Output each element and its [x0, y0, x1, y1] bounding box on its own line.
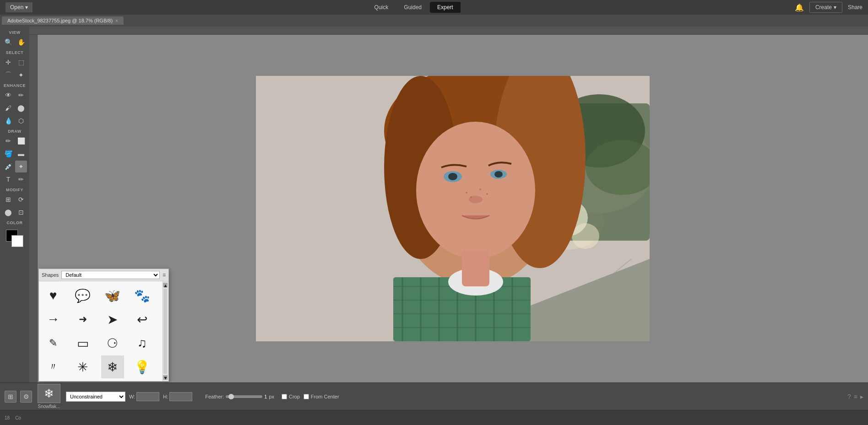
blur-tool[interactable]: ⬡ [15, 115, 27, 127]
shape-arrow-curved[interactable]: ↩ [130, 308, 153, 331]
shape-lightbulb[interactable]: 💡 [130, 355, 153, 378]
move-tool[interactable]: ✛ [2, 56, 14, 68]
shape-arrow-1[interactable]: → [42, 308, 65, 331]
shapes-scrollbar[interactable]: ▲ ▼ [162, 281, 168, 381]
shape-butterfly[interactable]: 🦋 [101, 284, 124, 307]
shape-music[interactable]: ♫ [130, 332, 153, 355]
shape-speech-bubble[interactable]: 💬 [71, 284, 94, 307]
portrait-svg [256, 76, 650, 341]
shapes-popup: Shapes Default ≡ ♥ 💬 🦋 🐾 [38, 269, 169, 382]
eraser-tool[interactable]: ⬜ [15, 135, 27, 147]
stamp-tool[interactable]: ⬤ [15, 102, 27, 114]
canvas-scroll-area[interactable]: Shapes Default ≡ ♥ 💬 🦋 🐾 [38, 35, 868, 382]
notification-bell-icon[interactable]: 🔔 [795, 3, 804, 12]
scroll-track [163, 289, 167, 374]
dodge-tool[interactable]: 💧 [2, 115, 14, 127]
zoom-tool[interactable]: 🔍 [2, 36, 14, 48]
hand-tool[interactable]: ✋ [15, 36, 27, 48]
shape-arrow-3[interactable]: ➤ [101, 308, 124, 331]
eye-tool[interactable]: 👁 [2, 89, 14, 101]
shape-pin[interactable]: ✎ [42, 332, 65, 355]
tab-close-icon[interactable]: × [115, 18, 118, 23]
select-section-label: SELECT [0, 50, 29, 55]
mode-expert[interactable]: Expert [430, 2, 461, 13]
shape-cherries[interactable]: ⚆ [101, 332, 124, 355]
crop-checkbox[interactable] [282, 394, 287, 399]
enhance-tools-1: 👁 ✏ [2, 89, 27, 101]
shape-heart[interactable]: ♥ [42, 284, 65, 307]
shape-snowflake[interactable]: ❄ [101, 355, 124, 378]
svg-point-22 [470, 196, 472, 198]
height-input[interactable] [169, 392, 192, 401]
width-group: W: [129, 392, 159, 401]
constraint-dropdown[interactable]: Unconstrained Square Fixed Size Proporti… [66, 392, 125, 402]
collapse-icon[interactable]: ▸ [860, 393, 863, 400]
scroll-down-arrow[interactable]: ▼ [163, 375, 168, 380]
draw-tools-1: ✏ ⬜ [2, 135, 27, 147]
shape-arrow-2[interactable]: ➜ [71, 308, 94, 331]
draw-tools-3: 💉 ✦ [2, 161, 27, 172]
marquee-tool[interactable]: ⬚ [15, 56, 27, 68]
type-tool[interactable]: T [2, 173, 14, 185]
share-button[interactable]: Share [848, 4, 863, 11]
background-color[interactable] [11, 235, 23, 247]
config-btn-1[interactable]: ⊞ [5, 391, 16, 403]
crop-tool[interactable]: ⊞ [2, 194, 14, 205]
width-input[interactable] [136, 392, 159, 401]
straighten-tool[interactable]: ⬤ [2, 206, 14, 218]
shape-paw[interactable]: 🐾 [130, 284, 153, 307]
scroll-up-arrow[interactable]: ▲ [163, 283, 168, 287]
magic-wand-tool[interactable]: ✦ [15, 69, 27, 81]
shape-rectangle[interactable]: ▭ [71, 332, 94, 355]
resize-tool[interactable]: ⊡ [15, 206, 27, 218]
brush-tool[interactable]: ✏ [2, 135, 14, 147]
shape-starburst[interactable]: ✳ [71, 355, 94, 378]
view-tools: 🔍 ✋ [2, 36, 27, 48]
shapes-content: ♥ 💬 🦋 🐾 → ➜ ➤ ↩ ✎ ▭ ⚆ [39, 281, 168, 381]
enhance-tools-2: 🖌 ⬤ [2, 102, 27, 114]
crop-label: Crop [289, 394, 300, 399]
shapes-label: Shapes [42, 272, 59, 278]
svg-rect-37 [462, 250, 489, 286]
file-tab[interactable]: AdobeStock_98237755.jpeg @ 18.7% (RGB/8)… [2, 16, 124, 25]
paint-bucket-tool[interactable]: 🪣 [2, 148, 14, 160]
select-tools-1: ✛ ⬚ [2, 56, 27, 68]
bottom-section: ⊞ ⚙ ❄ Snowflak... Unconstrained Square F… [0, 382, 868, 425]
top-bar: Open ▾ Quick Guided Expert 🔔 Create ▾ Sh… [0, 0, 868, 15]
mode-switcher: Quick Guided Expert [367, 2, 461, 13]
gradient-tool[interactable]: ▬ [15, 148, 27, 160]
svg-point-18 [494, 171, 503, 178]
modify-section-label: MODIFY [0, 188, 29, 192]
open-label: Open [10, 4, 23, 11]
draw-section-label: DRAW [0, 129, 29, 134]
shape-grass[interactable]: 〃 [42, 355, 65, 378]
svg-point-9 [572, 223, 599, 249]
shapes-dropdown[interactable]: Default [61, 271, 160, 279]
recompose-tool[interactable]: ⟳ [15, 194, 27, 205]
feather-group: Feather: 1 px [205, 394, 274, 399]
menu-icon[interactable]: ≡ [854, 393, 857, 400]
from-center-label: From Center [311, 394, 339, 399]
create-label: Create [815, 4, 832, 11]
feather-slider-track[interactable] [226, 395, 262, 398]
clone-tool[interactable]: 🖌 [2, 102, 14, 114]
help-icon[interactable]: ? [847, 393, 851, 400]
shape-tool active[interactable]: ✦ [15, 161, 27, 172]
open-button[interactable]: Open ▾ [5, 2, 33, 12]
tool-options-bar: ⊞ ⚙ ❄ Snowflak... Unconstrained Square F… [0, 383, 868, 410]
shape-name-display: Snowflak... [38, 404, 60, 409]
config-btn-2[interactable]: ⚙ [20, 391, 32, 403]
svg-point-14 [416, 122, 535, 259]
create-button[interactable]: Create ▾ [809, 2, 842, 13]
top-bar-right: 🔔 Create ▾ Share [795, 2, 863, 13]
shape-preview: ❄ [38, 384, 60, 403]
lasso-tool[interactable]: ⌒ [2, 69, 14, 81]
pencil-tool[interactable]: ✏ [15, 173, 27, 185]
shapes-menu-button[interactable]: ≡ [163, 272, 166, 278]
mode-guided[interactable]: Guided [396, 2, 429, 13]
svg-point-17 [448, 173, 457, 180]
from-center-checkbox[interactable] [304, 394, 309, 399]
enhance-brush-tool[interactable]: ✏ [15, 89, 27, 101]
mode-quick[interactable]: Quick [367, 2, 396, 13]
color-picker-tool[interactable]: 💉 [2, 161, 14, 172]
